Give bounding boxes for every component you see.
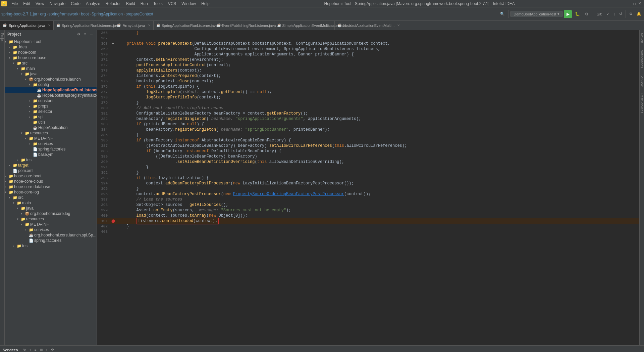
tree-item-metainf-2[interactable]: ▾ 📁 META-INF: [5, 222, 97, 227]
maximize-button[interactable]: □: [632, 1, 637, 6]
menu-code[interactable]: Code: [68, 0, 83, 7]
tree-item-hopeapplication[interactable]: ☕ HopeApplication: [5, 125, 97, 130]
bc-org[interactable]: org: [40, 12, 46, 16]
tree-item-main-2[interactable]: ▾ 📁 main: [5, 200, 97, 206]
tab-arraylist[interactable]: ☕ ArrayList.java ✕: [114, 21, 154, 30]
tab-abstractapplicationevent[interactable]: ☕ AbstractApplicationEventMulti... ✕: [335, 21, 395, 30]
tree-item-utils[interactable]: 📁 utils: [5, 120, 97, 125]
tree-item-hopehomi-tool[interactable]: ▾ 📁 Hopehomi-Tool: [5, 39, 97, 44]
menu-help[interactable]: Help: [199, 0, 212, 7]
tree-item-src-2[interactable]: ▾ 📁 src: [5, 195, 97, 200]
tree-item-target[interactable]: ▸ 📁 target: [5, 163, 97, 168]
bc-boot[interactable]: boot: [81, 12, 89, 16]
tree-item-selector[interactable]: ▸ 📁 selector: [5, 109, 97, 114]
tree-item-hope-bom[interactable]: ▸ 📁 hope-bom: [5, 50, 97, 55]
project-layout-button[interactable]: ≡: [83, 32, 88, 37]
services-sort-button[interactable]: ↕: [45, 347, 49, 352]
tree-item-package-log[interactable]: ▾ 📦 org.hopehomi.core.log: [5, 211, 97, 216]
bc-jar[interactable]: spring-boot-2.7.1.jar: [1, 12, 37, 16]
tab-springapplication[interactable]: ☕ SpringApplication.java ✕: [0, 21, 54, 30]
close-button[interactable]: ✕: [637, 1, 643, 6]
menu-file[interactable]: File: [9, 0, 20, 7]
search-everywhere-button[interactable]: 🔍: [499, 11, 506, 17]
tab-close-icon-7[interactable]: ✕: [397, 24, 400, 27]
run-button[interactable]: ▶: [564, 10, 572, 18]
tree-item-services-2[interactable]: ▸ 📁 services: [5, 227, 97, 232]
tree-item-resources-1[interactable]: ▾ 📁 resources: [5, 130, 97, 136]
tree-item-test-1[interactable]: ▸ 📁 test: [5, 157, 97, 163]
notifications-sidebar-label[interactable]: Notifications: [640, 50, 644, 68]
services-add-button[interactable]: +: [28, 347, 33, 352]
tree-item-metainf-1[interactable]: ▾ 📁 META-INF: [5, 136, 97, 141]
tree-item-hope-core-base[interactable]: ▾ 📁 hope-core-base: [5, 55, 97, 60]
tree-item-pomxml[interactable]: 📄 pom.xml: [5, 168, 97, 173]
menu-run[interactable]: Run: [138, 0, 151, 7]
tree-item-spi-file[interactable]: ☕ org.hopehomi.core.launch.spi.Sp...: [5, 232, 97, 238]
scv-sidebar-label[interactable]: SciView: [640, 75, 644, 86]
tree-item-constant[interactable]: ▸ 📁 constant: [5, 98, 97, 103]
project-collapse-button[interactable]: ─: [89, 32, 94, 37]
bc-springframework[interactable]: springframework: [49, 12, 78, 16]
tab-eventpublishing[interactable]: ☕ EventPublishingRunListener.java ✕: [214, 21, 274, 30]
tree-item-spring-factories-2[interactable]: 📄 spring.factories: [5, 238, 97, 243]
tree-item-resources-2[interactable]: ▾ 📁 resources: [5, 216, 97, 222]
tree-item-hope-core-database[interactable]: ▸ 📁 hope-core-database: [5, 184, 97, 189]
coverage-button[interactable]: ⚙: [583, 10, 591, 18]
tree-item-idea[interactable]: ▸ 📁 .idea: [5, 44, 97, 50]
menu-tools[interactable]: Tools: [151, 0, 165, 7]
code-line-403: 403: [97, 229, 639, 234]
tree-item-hope-core-boot[interactable]: ▸ 📁 hope-core-boot: [5, 173, 97, 179]
tab-close-icon[interactable]: ✕: [48, 24, 51, 27]
tree-item-src-1[interactable]: ▾ 📁 src: [5, 60, 97, 66]
tree-item-hope-app-run-listener[interactable]: ☕ HopeApplicationRunListener: [5, 87, 97, 93]
tab-springapplicationrunlistener[interactable]: ☕ SpringApplicationRunListener.java ✕: [154, 21, 214, 30]
bc-class[interactable]: SpringApplication: [92, 12, 123, 16]
code-editor[interactable]: 366 } 367 368 ● private void prepareCont…: [97, 30, 639, 345]
push-button[interactable]: ↑: [612, 11, 617, 17]
vcs-button[interactable]: ✓: [605, 11, 611, 17]
tree-item-baseyml[interactable]: 📄 base.yml: [5, 152, 97, 157]
tab-springapplicationrunlisteners[interactable]: ☕ SpringApplicationRunListeners.java ✕: [54, 21, 114, 30]
minimize-button[interactable]: ─: [627, 1, 632, 6]
debug-button[interactable]: 🐛: [573, 10, 581, 18]
services-group-button[interactable]: ⊞: [39, 347, 44, 352]
git-button[interactable]: Git:: [595, 11, 603, 17]
tree-label: main: [22, 201, 31, 205]
tree-item-config[interactable]: ▾ 📁 config: [5, 82, 97, 87]
menu-window[interactable]: Window: [179, 0, 199, 7]
tree-item-hope-core-log[interactable]: ▾ 📁 hope-core-log: [5, 189, 97, 195]
tree-item-java-1[interactable]: ▾ 📁 java: [5, 71, 97, 77]
tab-simpleeventmulticaster[interactable]: ☕ SimpleApplicationEventMulticaster.java…: [274, 21, 335, 30]
tree-item-hope-core-cloud[interactable]: ▸ 📁 hope-core-cloud: [5, 179, 97, 184]
settings-button[interactable]: ⚙: [628, 11, 634, 17]
tree-item-test-2[interactable]: ▸ 📁 test: [5, 243, 97, 249]
services-restart-button[interactable]: ↻: [22, 347, 27, 352]
bc-method[interactable]: prepareContext: [125, 12, 153, 16]
project-settings-button[interactable]: ⚙: [76, 32, 82, 37]
menu-edit[interactable]: Edit: [20, 0, 33, 7]
tree-item-props[interactable]: ▸ 📁 props: [5, 103, 97, 109]
services-filter-button[interactable]: ≡: [33, 347, 38, 352]
tree-item-spring-factories-1[interactable]: 📄 spring.factories: [5, 146, 97, 152]
restservices-sidebar-label[interactable]: RestServices: [640, 93, 644, 113]
menu-refactor[interactable]: Refactor: [103, 0, 123, 7]
notifications-button[interactable]: 🔔: [635, 11, 643, 17]
menu-build[interactable]: Build: [123, 0, 138, 7]
services-settings-button[interactable]: ⚙: [50, 347, 55, 352]
tree-item-java-2[interactable]: ▾ 📁 java: [5, 206, 97, 211]
menu-view[interactable]: View: [33, 0, 47, 7]
tree-item-package-launch[interactable]: ▾ 📦 org.hopehomi.core.launch: [5, 77, 97, 82]
tree-item-hope-bootstrap[interactable]: ☕ HopeBootstrapRegistryInitializer: [5, 93, 97, 98]
menu-analyze[interactable]: Analyze: [83, 0, 103, 7]
menu-vcs[interactable]: VCS: [165, 0, 179, 7]
project-sidebar-label[interactable]: Project: [0, 33, 4, 43]
tree-item-services-1[interactable]: ▸ 📁 services: [5, 141, 97, 146]
tab-close-icon-3[interactable]: ✕: [148, 24, 151, 27]
tree-item-main-1[interactable]: ▾ 📁 main: [5, 66, 97, 71]
menu-navigate[interactable]: Navigate: [47, 0, 68, 7]
run-config-selector[interactable]: DemoBootApplication-test ▾: [511, 11, 562, 17]
tree-item-spi[interactable]: ▸ 📁 spi: [5, 114, 97, 120]
code-line-388: 388 if (beanFactory instanceof DefaultLi…: [97, 148, 639, 154]
history-button[interactable]: ↺: [618, 11, 624, 17]
maven-sidebar-label[interactable]: Maven: [640, 33, 644, 43]
